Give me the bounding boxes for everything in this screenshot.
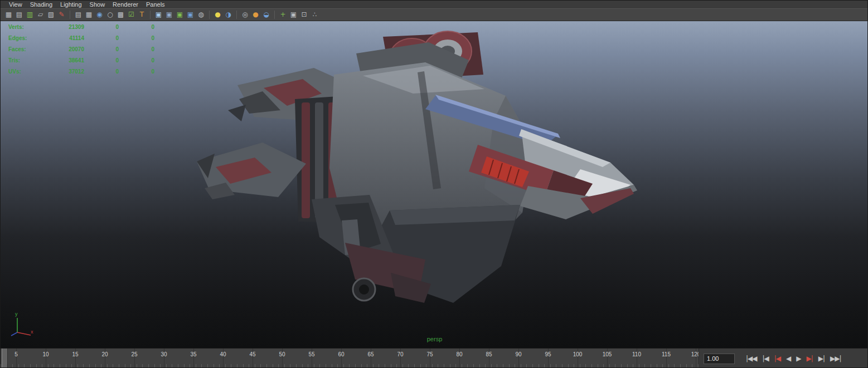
current-frame-field[interactable]	[704, 354, 735, 364]
timeline-tick-label: 100	[573, 351, 583, 357]
menu-lighting[interactable]: Lighting	[56, 1, 86, 8]
timeline-tick-label: 70	[397, 351, 403, 357]
checkbox-icon[interactable]: ☑	[127, 10, 136, 19]
go-to-end-button[interactable]: ▶▶|	[828, 355, 843, 362]
step-forward-key-button[interactable]: ▶|	[804, 355, 815, 362]
checker-sphere-icon[interactable]: ◍	[196, 10, 206, 19]
toolbar-separator	[209, 11, 210, 19]
isolate-select-icon[interactable]: ▣	[175, 10, 185, 19]
axis-x-label: x	[31, 329, 33, 335]
toolbar-separator	[150, 11, 151, 19]
hud-label: Tris:	[8, 57, 52, 63]
hud-value: 21309	[52, 24, 84, 30]
axis-y-label: y	[15, 311, 18, 317]
hud-row-faces: Faces:2007000	[8, 46, 154, 57]
timeline-tick-label: 115	[662, 351, 671, 357]
chart-icon[interactable]: ▥	[25, 10, 35, 19]
film-strip-icon[interactable]: ▤	[74, 10, 83, 19]
timeline-tick-label: 50	[279, 351, 285, 357]
timeline-tick-label: 75	[426, 351, 433, 357]
hud-value: 0	[119, 68, 154, 75]
hud-row-edges: Edges:4111400	[8, 35, 154, 46]
timeline-tick-label: 120	[691, 351, 699, 357]
play-forwards-button[interactable]: ▶	[794, 355, 803, 362]
timeline-tick-label: 110	[632, 351, 641, 357]
step-forward-frame-button[interactable]: ▶|	[816, 355, 827, 362]
hud-row-tris: Tris:3864100	[8, 57, 154, 68]
grease-pencil-icon[interactable]: ✎	[57, 10, 66, 19]
3d-viewport[interactable]: Verts:2130900 Edges:4111400 Faces:200700…	[1, 21, 868, 348]
grid-icon[interactable]: ▦	[84, 10, 94, 19]
time-slider-bar: 5 10 15 20 25 30 35 40 45 50 55 60 65 70…	[1, 348, 867, 368]
timeline-tick-label: 80	[456, 351, 462, 357]
panel-toolbar: ▦ ▤ ▥ ▱ ▧ ✎ ▤ ▦ ◉ ○ ▩ ☑ T ▣ ▣ ▣ ▣ ◍ ● ◑ …	[1, 8, 867, 21]
shaded-cube-icon[interactable]: ▣	[186, 10, 195, 19]
timeline-tick-label: 25	[131, 351, 137, 357]
hud-value: 0	[84, 68, 119, 75]
menu-show[interactable]: Show	[86, 1, 109, 8]
texture-icon[interactable]: T	[137, 10, 147, 19]
checker-icon[interactable]: ▩	[116, 10, 125, 19]
menu-panels[interactable]: Panels	[142, 1, 169, 8]
film-gate-icon[interactable]: ▤	[14, 10, 24, 19]
playback-controls: |◀◀ |◀ |◀ ◀ ▶ ▶| ▶| ▶▶|	[699, 349, 867, 368]
hud-row-verts: Verts:2130900	[8, 24, 154, 35]
camera-icon[interactable]: ▦	[4, 10, 13, 19]
share-nodes-icon[interactable]: ∴	[310, 10, 319, 19]
panel-cube-icon[interactable]: ▣	[164, 10, 174, 19]
hud-value: 0	[119, 35, 154, 41]
hud-row-uvs: UVs:3701200	[8, 68, 154, 80]
toolbar-separator	[236, 11, 237, 19]
hud-value: 0	[84, 46, 119, 52]
specular-sphere-icon[interactable]: ◎	[240, 10, 250, 19]
toolbar-separator	[274, 11, 275, 19]
wireframe-sphere-icon[interactable]: ○	[105, 10, 115, 19]
axis-gizmo-icon: y x	[8, 310, 34, 337]
shaded-sphere-icon[interactable]: ◉	[95, 10, 104, 19]
step-back-frame-button[interactable]: |◀	[760, 355, 771, 362]
framed-cube-icon[interactable]: ⊡	[299, 10, 309, 19]
timeline-tick-label: 45	[249, 351, 255, 357]
timeline-tick-label: 105	[603, 351, 612, 357]
timeline-tick-label: 55	[308, 351, 314, 357]
hud-label: Edges:	[8, 35, 52, 41]
timeline-tick-label: 15	[72, 351, 78, 357]
timeline-tick-label: 5	[14, 351, 18, 357]
timeline-tick-label: 90	[515, 351, 521, 357]
hud-value: 0	[119, 46, 154, 52]
menu-view[interactable]: View	[5, 1, 26, 8]
timeline-tick-label: 95	[545, 351, 551, 357]
page-edit-icon[interactable]: ▱	[36, 10, 45, 19]
timeline-tick-label: 10	[42, 351, 49, 357]
gradient-sphere-icon[interactable]: ◑	[224, 10, 233, 19]
hud-value: 0	[84, 57, 119, 63]
visor-icon[interactable]: ◒	[261, 10, 271, 19]
orange-sphere-icon[interactable]: ●	[251, 10, 260, 19]
timeline-tick-label: 60	[338, 351, 344, 357]
timeline-tick-label: 85	[486, 351, 492, 357]
menu-shading[interactable]: Shading	[26, 1, 56, 8]
timeline-tick-label: 30	[161, 351, 167, 357]
camera-name-label: persp	[1, 336, 868, 342]
yellow-sphere-icon[interactable]: ●	[213, 10, 222, 19]
current-frame-indicator[interactable]	[2, 349, 8, 368]
play-backwards-button[interactable]: ◀	[784, 355, 793, 362]
step-back-key-button[interactable]: |◀	[772, 355, 783, 362]
timeline-tick-label: 20	[101, 351, 108, 357]
hud-value: 0	[119, 24, 154, 30]
hud-label: Verts:	[8, 24, 52, 30]
snap-grid-icon[interactable]: +	[278, 10, 288, 19]
cube-icon[interactable]: ▣	[154, 10, 163, 19]
hud-value: 37012	[52, 68, 84, 75]
spaceship[interactable]	[197, 31, 637, 303]
hud-value: 0	[119, 57, 154, 63]
marker-icon[interactable]: ▧	[46, 10, 56, 19]
maya-viewport-panel: View Shading Lighting Show Renderer Pane…	[0, 0, 868, 368]
cube2-icon[interactable]: ▣	[289, 10, 298, 19]
time-slider[interactable]: 5 10 15 20 25 30 35 40 45 50 55 60 65 70…	[1, 349, 699, 368]
timeline-tick-label: 65	[367, 351, 374, 357]
hud-label: Faces:	[8, 46, 52, 52]
hud-value: 0	[84, 35, 119, 41]
menu-renderer[interactable]: Renderer	[109, 1, 142, 8]
go-to-start-button[interactable]: |◀◀	[744, 355, 759, 362]
